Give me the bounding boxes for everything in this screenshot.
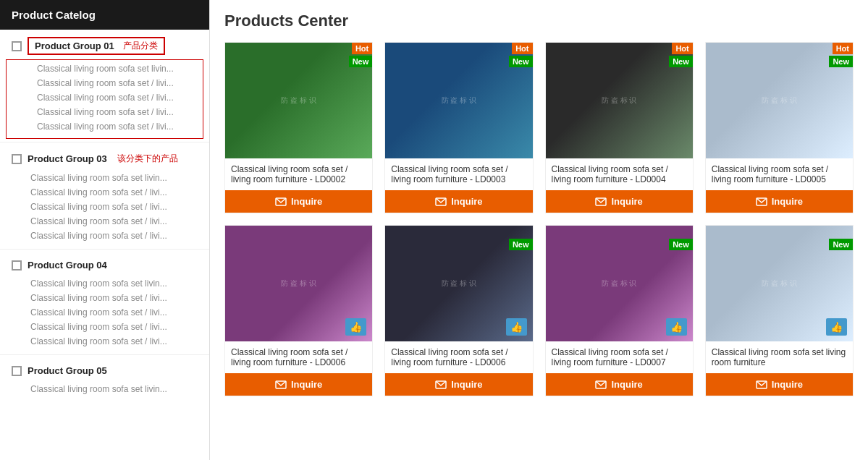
sub-item[interactable]: Classical living room sofa set / livi...	[25, 229, 209, 243]
sub-item[interactable]: Classical living room sofa set / livi...	[31, 90, 203, 105]
product-name: Classical living room sofa set / living …	[546, 158, 693, 190]
product-card: 防 盗 标 识New👍Classical living room sofa se…	[705, 225, 854, 396]
sub-item[interactable]: Classical living room sofa set livin...	[25, 382, 209, 396]
sub-item[interactable]: Classical living room sofa set livin...	[25, 171, 209, 185]
product-image[interactable]: 防 盗 标 识New👍	[706, 226, 853, 341]
group-01-label-cn: 产品分类	[123, 40, 158, 52]
sub-item[interactable]: Classical living room sofa set / livi...	[31, 119, 203, 134]
product-name: Classical living room sofa set / living …	[385, 158, 532, 190]
inquire-button[interactable]: Inquire	[706, 190, 853, 213]
group-03-label-cn: 该分类下的产品	[117, 153, 178, 165]
sub-item[interactable]: Classical living room sofa set / livi...	[25, 185, 209, 200]
inquire-button[interactable]: Inquire	[546, 190, 693, 213]
sidebar-item-group-01[interactable]: Product Group 01 产品分类	[0, 30, 209, 59]
product-name: Classical living room sofa set living ro…	[706, 341, 853, 373]
badge-thumb: 👍	[506, 318, 527, 336]
badge-thumb: 👍	[345, 318, 366, 336]
inquire-button[interactable]: Inquire	[546, 373, 693, 396]
badge-new: New	[829, 239, 853, 250]
badge-new: New	[349, 56, 373, 67]
product-card: 防 盗 标 识HotNewClassical living room sofa …	[705, 42, 854, 213]
group-03-subitems: Classical living room sofa set livin... …	[0, 169, 209, 246]
badge-hot: Hot	[833, 43, 853, 54]
sub-item[interactable]: Classical living room sofa set / livi...	[31, 76, 203, 90]
product-image[interactable]: 防 盗 标 识HotNew	[546, 43, 693, 158]
group-05-label: Product Group 05	[28, 365, 107, 376]
expand-icon	[12, 154, 22, 164]
product-name: Classical living room sofa set / living …	[225, 341, 372, 373]
product-image[interactable]: 防 盗 标 识HotNew	[385, 43, 532, 158]
product-image[interactable]: 防 盗 标 识New👍	[546, 226, 693, 341]
badge-new: New	[509, 56, 533, 67]
sub-item[interactable]: Classical living room sofa set livin...	[25, 276, 209, 291]
sub-item[interactable]: Classical living room sofa set livin...	[31, 61, 203, 76]
badge-hot: Hot	[512, 43, 532, 54]
sub-item[interactable]: Classical living room sofa set / livi...	[25, 200, 209, 214]
inquire-button[interactable]: Inquire	[385, 190, 532, 213]
badge-new: New	[829, 56, 853, 67]
main-content: Products Center 防 盗 标 识HotNewClassical l…	[210, 0, 868, 460]
badge-new: New	[669, 56, 693, 67]
sidebar-item-group-04[interactable]: Product Group 04	[0, 252, 209, 275]
product-card: 防 盗 标 识HotNewClassical living room sofa …	[545, 42, 694, 213]
badge-hot: Hot	[672, 43, 692, 54]
product-name: Classical living room sofa set / living …	[225, 158, 372, 190]
expand-icon	[12, 366, 22, 376]
sub-item[interactable]: Classical living room sofa set / livi...	[25, 291, 209, 305]
product-name: Classical living room sofa set / living …	[385, 341, 532, 373]
product-image[interactable]: 防 盗 标 识👍	[225, 226, 372, 341]
product-image[interactable]: 防 盗 标 识New👍	[385, 226, 532, 341]
sub-item[interactable]: Classical living room sofa set / livi...	[25, 305, 209, 320]
product-name: Classical living room sofa set / living …	[546, 341, 693, 373]
group-01-subitems: Classical living room sofa set livin... …	[6, 59, 203, 139]
badge-thumb: 👍	[666, 318, 687, 336]
inquire-button[interactable]: Inquire	[385, 373, 532, 396]
badge-hot: Hot	[352, 43, 372, 54]
product-card: 防 盗 标 识HotNewClassical living room sofa …	[384, 42, 533, 213]
inquire-button[interactable]: Inquire	[225, 190, 372, 213]
product-card: 防 盗 标 识New👍Classical living room sofa se…	[384, 225, 533, 396]
sub-item[interactable]: Classical living room sofa set / livi...	[31, 105, 203, 119]
sub-item[interactable]: Classical living room sofa set / livi...	[25, 214, 209, 229]
sidebar-title: Product Catelog	[12, 9, 96, 21]
products-grid: 防 盗 标 识HotNewClassical living room sofa …	[224, 42, 854, 396]
inquire-button[interactable]: Inquire	[225, 373, 372, 396]
group-01-label: Product Group 01	[35, 41, 114, 51]
group-04-label: Product Group 04	[28, 260, 107, 271]
sidebar-item-group-05[interactable]: Product Group 05	[0, 358, 209, 380]
sub-item[interactable]: Classical living room sofa set / livi...	[25, 320, 209, 334]
product-image[interactable]: 防 盗 标 识HotNew	[225, 43, 372, 158]
sidebar-header: Product Catelog	[0, 0, 209, 30]
page-title: Products Center	[224, 12, 854, 30]
product-image[interactable]: 防 盗 标 识HotNew	[706, 43, 853, 158]
inquire-button[interactable]: Inquire	[706, 373, 853, 396]
sidebar: Product Catelog Product Group 01 产品分类 Cl…	[0, 0, 210, 460]
product-card: 防 盗 标 识New👍Classical living room sofa se…	[545, 225, 694, 396]
badge-thumb: 👍	[826, 318, 847, 336]
badge-new: New	[669, 239, 693, 250]
expand-icon	[12, 41, 22, 51]
group-04-subitems: Classical living room sofa set livin... …	[0, 275, 209, 352]
sub-item[interactable]: Classical living room sofa set / livi...	[25, 334, 209, 349]
group-05-subitems: Classical living room sofa set livin...	[0, 380, 209, 399]
product-card: 防 盗 标 识HotNewClassical living room sofa …	[224, 42, 373, 213]
group-03-label: Product Group 03	[28, 153, 107, 164]
product-card: 防 盗 标 识👍Classical living room sofa set /…	[224, 225, 373, 396]
expand-icon	[12, 260, 22, 271]
badge-new: New	[509, 239, 533, 250]
product-name: Classical living room sofa set / living …	[706, 158, 853, 190]
sidebar-item-group-03[interactable]: Product Group 03 该分类下的产品	[0, 145, 209, 169]
